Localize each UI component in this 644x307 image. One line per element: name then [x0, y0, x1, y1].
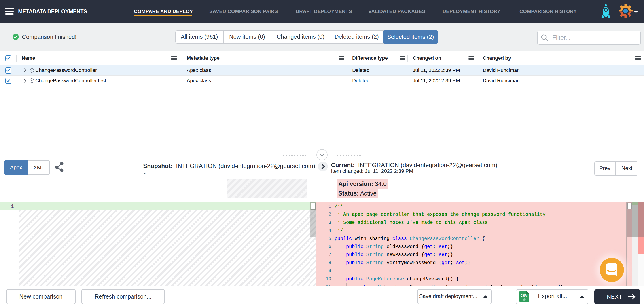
svg-text:CSV: CSV: [520, 294, 528, 298]
